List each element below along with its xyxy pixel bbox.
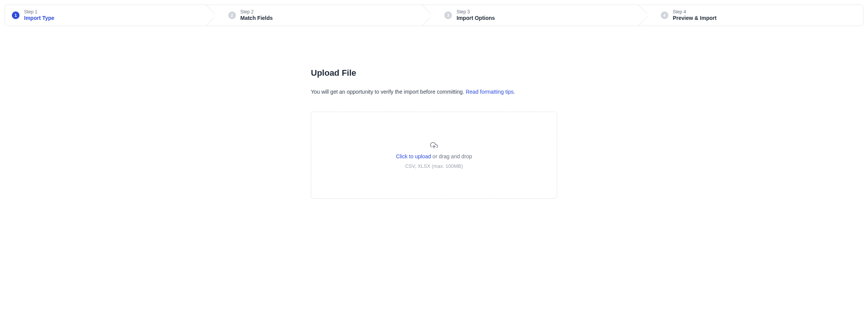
drag-drop-text: or drag and drop (431, 153, 472, 159)
step-number: 3 (447, 13, 449, 18)
stepper: 1 Step 1 Import Type 2 Step 2 Match Fiel… (5, 5, 863, 26)
page-subtext: You will get an opportunity to verify th… (311, 89, 557, 95)
step-title: Import Options (457, 15, 495, 22)
click-to-upload-text: Click to upload (396, 153, 431, 159)
step-number: 1 (15, 13, 17, 18)
formatting-tips-link[interactable]: Read formatting tips (466, 89, 514, 95)
step-label: Step 4 (673, 9, 717, 15)
subtext-prefix: You will get an opportunity to verify th… (311, 89, 466, 95)
page-title: Upload File (311, 68, 557, 78)
step-label: Step 2 (241, 9, 273, 15)
step-number: 2 (231, 13, 233, 18)
step-number-badge: 3 (444, 11, 452, 19)
step-title: Match Fields (241, 15, 273, 22)
step-title: Preview & Import (673, 15, 717, 22)
step-label: Step 1 (24, 9, 54, 15)
step-number-badge: 4 (661, 11, 668, 19)
dropzone-primary-text: Click to upload or drag and drop (396, 153, 472, 159)
step-title: Import Type (24, 15, 54, 22)
step-label: Step 3 (457, 9, 495, 15)
step-import-options[interactable]: 3 Step 3 Import Options (431, 5, 647, 26)
step-number: 4 (663, 13, 665, 18)
dropzone-hint: CSV, XLSX (max. 100MB) (405, 163, 463, 169)
step-preview-import[interactable]: 4 Step 4 Preview & Import (647, 5, 863, 26)
file-dropzone[interactable]: Click to upload or drag and drop CSV, XL… (311, 112, 557, 199)
step-import-type[interactable]: 1 Step 1 Import Type (5, 5, 215, 26)
step-number-badge: 1 (12, 11, 20, 19)
upload-cloud-icon (430, 142, 438, 150)
step-match-fields[interactable]: 2 Step 2 Match Fields (215, 5, 431, 26)
step-number-badge: 2 (228, 11, 236, 19)
subtext-suffix: . (514, 89, 515, 95)
